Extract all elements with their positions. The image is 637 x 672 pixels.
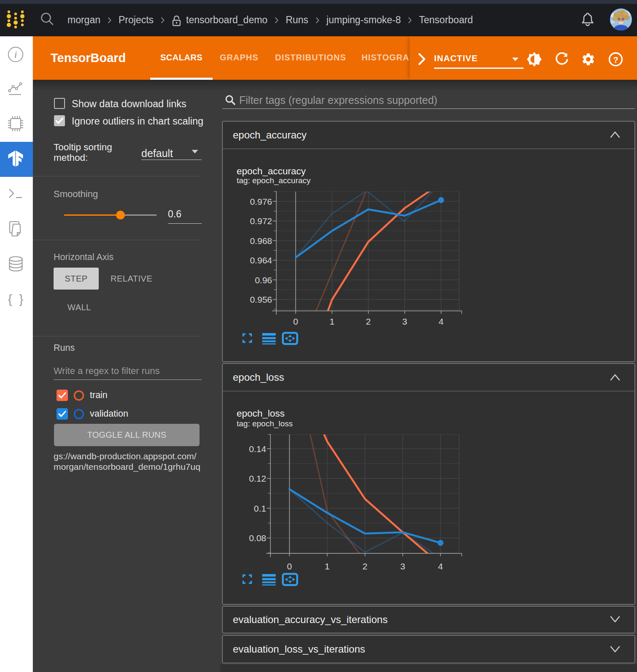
svg-text:0.968: 0.968 [250, 236, 272, 246]
svg-text:3: 3 [402, 317, 408, 326]
svg-text:epoch_accuracy: epoch_accuracy [237, 166, 306, 176]
svg-text:3: 3 [400, 561, 405, 571]
svg-text:0: 0 [287, 561, 292, 571]
svg-text:0: 0 [293, 317, 298, 326]
svg-text:1: 1 [329, 317, 335, 326]
svg-text:?: ? [613, 55, 618, 65]
svg-text:0.976: 0.976 [250, 197, 272, 206]
svg-text:i: i [14, 49, 17, 60]
svg-text:0.12: 0.12 [249, 474, 266, 483]
svg-text:0.14: 0.14 [249, 444, 266, 454]
svg-text:0.08: 0.08 [249, 533, 266, 543]
svg-text:0.956: 0.956 [250, 295, 272, 304]
svg-text:2: 2 [366, 317, 371, 326]
svg-text:tag: epoch_loss: tag: epoch_loss [237, 419, 293, 428]
svg-text:0.96: 0.96 [255, 275, 272, 285]
svg-text:epoch_loss: epoch_loss [237, 408, 285, 419]
svg-text:0.964: 0.964 [250, 255, 272, 265]
svg-text:tag: epoch_accuracy: tag: epoch_accuracy [237, 176, 311, 185]
svg-text:2: 2 [362, 561, 367, 571]
svg-text:4: 4 [439, 317, 444, 326]
svg-text:1: 1 [325, 561, 330, 571]
svg-text:4: 4 [438, 561, 443, 571]
svg-text:0.972: 0.972 [250, 216, 272, 226]
svg-text:0.1: 0.1 [254, 504, 266, 513]
